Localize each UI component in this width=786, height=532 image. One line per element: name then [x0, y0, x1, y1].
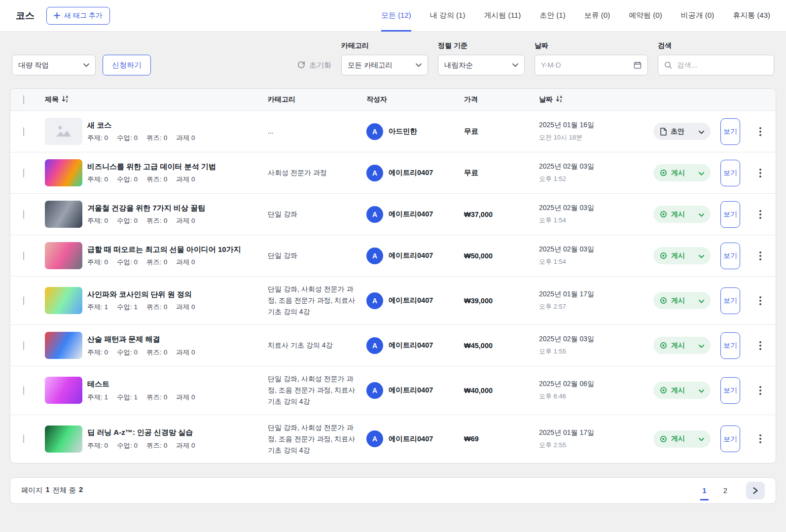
table-header-row: 제목 AZ 카테고리 작성자 가격 날짜 AZ — [10, 89, 776, 111]
author-name: 에이트리0407 — [389, 341, 433, 350]
kebab-menu[interactable] — [753, 293, 768, 308]
view-button[interactable]: 보기 — [720, 287, 740, 314]
status-badge[interactable]: 게시 — [653, 382, 711, 399]
status-badge[interactable]: 게시 — [653, 206, 711, 223]
kebab-menu[interactable] — [753, 166, 768, 180]
course-meta: 주제: 0 수업: 0 퀴즈: 0 과제 0 — [87, 258, 261, 267]
top-header: 코스 새 태그 추가 모든 (12) 내 강의 (1) 게시됨 (11) 초안 … — [0, 0, 786, 32]
date-value: 2025년 02월 03일 — [539, 245, 653, 254]
course-thumbnail[interactable] — [45, 332, 82, 359]
row-checkbox[interactable] — [23, 127, 24, 136]
status-badge[interactable]: 게시 — [653, 337, 711, 354]
status-badge[interactable]: 게시 — [653, 247, 711, 264]
view-button[interactable]: 보기 — [720, 160, 740, 186]
status-tab[interactable]: 예약됨 (0) — [629, 0, 662, 32]
apply-button[interactable]: 신청하기 — [103, 55, 151, 75]
status-tab[interactable]: 내 강의 (1) — [430, 0, 465, 32]
date-value: 2025년 02월 06일 — [539, 380, 653, 389]
status-badge[interactable]: 초안 — [653, 123, 711, 140]
status-tab[interactable]: 모든 (12) — [381, 0, 411, 32]
course-title[interactable]: 겨울철 건강을 위한 7가지 비상 꿀팁 — [87, 203, 261, 213]
kebab-menu[interactable] — [753, 383, 768, 398]
status-tab[interactable]: 초안 (1) — [539, 0, 566, 32]
category-select[interactable]: 모든 카테고리 — [341, 55, 428, 75]
view-button[interactable]: 보기 — [720, 201, 740, 228]
course-price: ₩50,000 — [464, 252, 539, 260]
calendar-icon[interactable] — [634, 61, 642, 69]
add-tag-button[interactable]: 새 태그 추가 — [46, 7, 110, 25]
status-label: 게시 — [671, 210, 685, 219]
row-checkbox[interactable] — [23, 169, 24, 177]
column-header-date[interactable]: 날짜 AZ — [539, 95, 653, 104]
course-price: ₩69 — [464, 435, 539, 443]
status-tab[interactable]: 휴지통 (43) — [733, 0, 770, 32]
sort-select[interactable]: 내림차순 — [438, 55, 525, 75]
date-value: 2025년 02월 03일 — [539, 204, 653, 213]
table-row: 비즈니스를 위한 고급 데이터 분석 기법 주제: 0 수업: 0 퀴즈: 0 … — [10, 152, 776, 194]
status-badge[interactable]: 게시 — [653, 164, 711, 181]
course-thumbnail[interactable] — [45, 201, 82, 228]
page-number[interactable]: 2 — [720, 484, 730, 497]
course-title[interactable]: 산술 패턴과 문제 해결 — [87, 334, 261, 344]
select-all-checkbox[interactable] — [23, 95, 24, 104]
course-title[interactable]: 비즈니스를 위한 고급 데이터 분석 기법 — [87, 162, 261, 172]
author-avatar: A — [366, 123, 383, 140]
status-badge[interactable]: 게시 — [653, 430, 711, 448]
bulk-action-select[interactable]: 대량 작업 — [12, 55, 96, 75]
kebab-menu[interactable] — [753, 338, 768, 353]
date-value: 2025년 02월 03일 — [539, 335, 653, 344]
table-row: 새 코스 주제: 0 수업: 0 퀴즈: 0 과제 0 ... A 아드민한 무… — [10, 111, 776, 152]
course-thumbnail[interactable] — [45, 118, 82, 145]
row-checkbox[interactable] — [23, 296, 24, 305]
status-label: 초안 — [671, 127, 684, 136]
table-body: 새 코스 주제: 0 수업: 0 퀴즈: 0 과제 0 ... A 아드민한 무… — [10, 111, 776, 463]
row-checkbox[interactable] — [23, 341, 24, 350]
course-meta: 주제: 0 수업: 0 퀴즈: 0 과제 0 — [87, 441, 261, 450]
course-thumbnail[interactable] — [45, 426, 82, 453]
course-price: ₩45,000 — [464, 342, 539, 350]
search-input[interactable] — [677, 61, 769, 69]
course-title[interactable]: 새 코스 — [87, 120, 261, 130]
row-checkbox[interactable] — [23, 251, 24, 260]
add-tag-label: 새 태그 추가 — [64, 11, 103, 20]
row-checkbox[interactable] — [23, 386, 24, 395]
kebab-menu[interactable] — [753, 431, 768, 446]
time-value: 오후 1:52 — [539, 175, 653, 183]
status-tab[interactable]: 게시됨 (11) — [484, 0, 521, 32]
chevron-down-icon — [699, 252, 704, 260]
view-button[interactable]: 보기 — [720, 377, 740, 404]
row-checkbox[interactable] — [23, 210, 24, 219]
course-title[interactable]: 사인파와 코사인의 단위 원 정의 — [87, 289, 261, 299]
course-thumbnail[interactable] — [45, 242, 82, 269]
course-price: 무료 — [464, 127, 539, 136]
author-avatar: A — [366, 165, 383, 181]
row-checkbox[interactable] — [23, 434, 24, 443]
course-category: 단일 강좌, 사회성 전문가 과정, 조음 전문가 과정, 치료사 기초 강의 … — [268, 373, 366, 407]
reset-button[interactable]: 초기화 — [297, 55, 331, 75]
course-thumbnail[interactable] — [45, 377, 82, 404]
table-row: 겨울철 건강을 위한 7가지 비상 꿀팁 주제: 0 수업: 0 퀴즈: 0 과… — [10, 194, 776, 235]
page-number[interactable]: 1 — [699, 484, 709, 497]
column-header-title[interactable]: 제목 AZ — [45, 95, 268, 104]
date-value: 2025년 01월 17일 — [539, 428, 653, 437]
status-tab[interactable]: 비공개 (0) — [681, 0, 715, 32]
date-input[interactable] — [541, 61, 610, 69]
view-button[interactable]: 보기 — [720, 332, 740, 359]
course-thumbnail[interactable] — [45, 159, 82, 186]
view-button[interactable]: 보기 — [720, 118, 740, 145]
status-badge[interactable]: 게시 — [653, 292, 711, 309]
kebab-menu[interactable] — [753, 248, 768, 263]
course-thumbnail[interactable] — [45, 287, 82, 314]
status-tab[interactable]: 보류 (0) — [584, 0, 610, 32]
kebab-menu[interactable] — [753, 124, 768, 139]
chevron-down-icon — [512, 63, 518, 67]
chevron-down-icon — [699, 297, 704, 305]
kebab-menu[interactable] — [753, 207, 768, 222]
course-title[interactable]: 테스트 — [87, 379, 261, 389]
view-button[interactable]: 보기 — [720, 243, 740, 269]
view-button[interactable]: 보기 — [720, 426, 740, 452]
course-title[interactable]: 급할 때 떠오르는 최고의 선물 아이디어 10가지 — [87, 245, 261, 254]
course-title[interactable]: 딥 러닝 A-z™: 인공 신경망 실습 — [87, 427, 261, 437]
image-placeholder-icon — [55, 124, 72, 139]
next-page-button[interactable] — [746, 482, 765, 499]
